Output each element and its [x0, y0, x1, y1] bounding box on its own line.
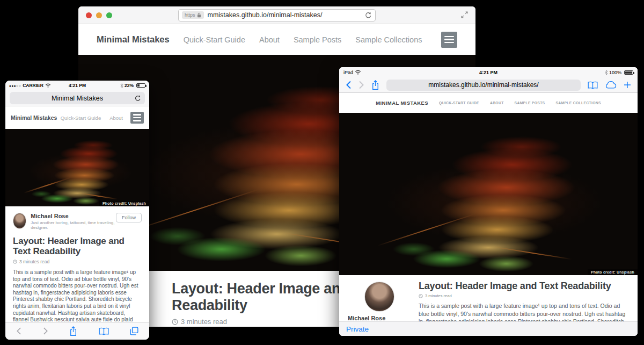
follow-button[interactable]: Follow	[116, 213, 142, 222]
iphone-safari-window: ●●●○○ CARRIER 4:21 PM 22% Minimal Mistak…	[5, 81, 149, 340]
hamburger-menu-icon[interactable]	[130, 112, 144, 124]
nav-link-quick-start-guide[interactable]: Quick-Start Guide	[439, 101, 479, 105]
reload-button[interactable]	[365, 12, 372, 19]
bluetooth-icon	[604, 70, 608, 75]
ipad-clock: 4:21 PM	[339, 70, 638, 75]
chevron-right-icon	[358, 81, 364, 89]
iphone-url-field[interactable]: Minimal Mistakes	[10, 92, 145, 104]
desktop-site-nav: Minimal Mistakes Quick-Start Guide About…	[78, 24, 475, 55]
ipad-url-text: mmistakes.github.io/minimal-mistakes/	[428, 81, 538, 89]
post-header-image: Photo credit: Unsplash	[5, 129, 149, 206]
bookmarks-button[interactable]	[99, 327, 109, 335]
nav-link-sample-posts[interactable]: Sample Posts	[294, 35, 341, 44]
clock-icon	[419, 294, 423, 298]
ipad-status-right: 100%	[604, 70, 633, 75]
nav-link-sample-collections[interactable]: Sample Collections	[555, 101, 601, 105]
ipad-safari-window: iPad 4:21 PM 100% mmistakes.github.io/mi…	[339, 67, 638, 336]
bookmarks-button[interactable]	[588, 81, 598, 89]
icloud-tabs-button[interactable]	[605, 81, 617, 89]
bookmarks-icon	[588, 81, 598, 89]
site-brand-link[interactable]: Minimal Mistakes	[97, 34, 170, 45]
share-icon	[371, 80, 379, 90]
cloud-icon	[605, 81, 617, 89]
chevron-left-icon	[16, 327, 21, 335]
author-name: Michael Rose	[348, 315, 411, 321]
read-time: 3 minutes read	[425, 293, 452, 298]
reload-button[interactable]	[135, 95, 141, 102]
ipad-status-left: iPad	[343, 70, 361, 75]
read-time: 3 minutes read	[181, 318, 227, 326]
site-brand-link[interactable]: Minimal Mistakes	[376, 100, 428, 106]
minimize-window-button[interactable]	[96, 12, 102, 18]
clock-icon	[13, 260, 17, 264]
new-tab-button[interactable]	[624, 81, 631, 89]
hamburger-menu-icon[interactable]	[441, 32, 457, 48]
post-meta: 3 minutes read	[13, 259, 142, 264]
bookmarks-icon	[99, 327, 109, 335]
back-button[interactable]	[346, 81, 352, 89]
author-avatar	[13, 213, 26, 229]
desktop-url-text: mmistakes.github.io/minimal-mistakes/	[208, 11, 365, 19]
tabs-button[interactable]	[130, 327, 138, 335]
iphone-site-nav: Minimal Mistakes Quick-Start Guide About	[5, 106, 149, 129]
private-browsing-toggle[interactable]: Private	[346, 325, 369, 333]
chevron-left-icon	[346, 81, 352, 89]
photo-credit-caption: Photo credit: Unsplash	[99, 200, 149, 206]
iphone-url-row: Minimal Mistakes	[5, 90, 149, 106]
share-button[interactable]	[69, 326, 77, 336]
battery-percent: 100%	[609, 70, 621, 75]
nav-link-sample-collections[interactable]: Sample Collections	[355, 35, 422, 44]
composite-canvas: https mmistakes.github.io/minimal-mistak…	[0, 0, 644, 345]
author-name: Michael Rose	[31, 213, 116, 219]
tabs-icon	[130, 327, 138, 335]
wifi-icon	[45, 83, 51, 88]
carrier-label: CARRIER	[23, 83, 43, 88]
desktop-url-field[interactable]: https mmistakes.github.io/minimal-mistak…	[178, 9, 376, 21]
battery-icon	[136, 83, 145, 88]
device-label: iPad	[343, 70, 353, 75]
post-title: Layout: Header Image and Text Readabilit…	[419, 281, 629, 292]
author-row: Michael Rose Just another boring, tattoo…	[13, 213, 142, 230]
plus-icon	[624, 81, 631, 89]
reload-icon	[135, 95, 141, 102]
traffic-lights	[86, 12, 112, 18]
iphone-status-right: 22%	[120, 83, 145, 88]
iphone-safari-toolbar	[5, 322, 149, 340]
read-time: 3 minutes read	[19, 259, 49, 264]
nav-link-about[interactable]: About	[490, 101, 504, 105]
forward-button[interactable]	[43, 327, 48, 335]
nav-link-about[interactable]: About	[259, 35, 280, 44]
photo-credit-caption: Photo credit: Unsplash	[588, 269, 638, 275]
share-button[interactable]	[371, 80, 379, 90]
post-main-column: Layout: Header Image and Text Readabilit…	[411, 281, 629, 321]
ipad-post-content: Michael Rose Just another boring, tattoo…	[339, 275, 638, 321]
post-meta: 3 minutes read	[419, 293, 629, 298]
nav-link-quick-start-guide[interactable]: Quick-Start Guide	[184, 35, 245, 44]
author-bio: Just another boring, tattooed, time trav…	[31, 220, 116, 230]
back-button[interactable]	[16, 327, 21, 335]
nav-link-sample-posts[interactable]: Sample Posts	[515, 101, 545, 105]
chevron-right-icon	[43, 327, 48, 335]
iphone-url-text: Minimal Mistakes	[52, 95, 103, 102]
ipad-url-field[interactable]: mmistakes.github.io/minimal-mistakes/	[386, 80, 581, 91]
ipad-site-nav: Minimal Mistakes Quick-Start Guide About…	[339, 93, 638, 113]
nav-link-about[interactable]: About	[109, 115, 123, 121]
signal-strength-dots: ●●●○○	[9, 84, 21, 88]
close-window-button[interactable]	[86, 12, 92, 18]
ipad-safari-toolbar: mmistakes.github.io/minimal-mistakes/	[339, 77, 638, 93]
lock-icon	[197, 12, 201, 18]
https-badge-label: https	[185, 12, 195, 18]
author-avatar	[364, 282, 394, 312]
fullscreen-button[interactable]	[461, 11, 468, 18]
nav-link-quick-start-guide[interactable]: Quick-Start Guide	[61, 115, 101, 121]
desktop-browser-chrome: https mmistakes.github.io/minimal-mistak…	[78, 6, 475, 24]
share-icon	[69, 326, 77, 336]
post-title: Layout: Header Image and Text Readabilit…	[13, 236, 142, 256]
site-brand-link[interactable]: Minimal Mistakes	[11, 114, 57, 121]
zoom-window-button[interactable]	[106, 12, 112, 18]
iphone-status-bar: ●●●○○ CARRIER 4:21 PM 22%	[5, 81, 149, 90]
bluetooth-icon	[120, 83, 123, 88]
battery-icon	[624, 70, 633, 75]
expand-icon	[461, 11, 468, 18]
forward-button[interactable]	[358, 81, 364, 89]
